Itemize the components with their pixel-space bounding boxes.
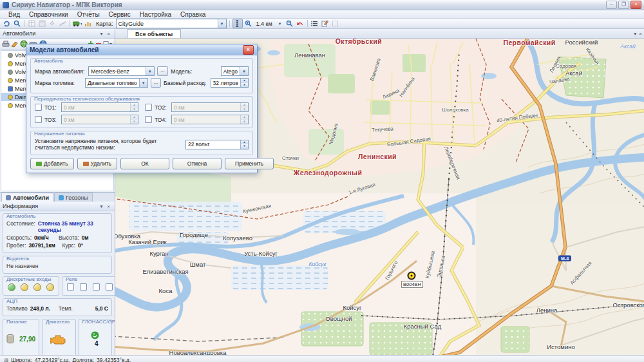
zoom-in-icon[interactable] — [244, 19, 253, 28]
map-select[interactable]: CityGuide ▼ — [116, 19, 227, 28]
apply-button[interactable]: Применить — [225, 158, 274, 169]
model-value: Atego — [222, 68, 240, 75]
vehicle-dropdown-icon[interactable] — [73, 19, 82, 28]
vehicle-status-icon — [8, 86, 13, 91]
sidebar-tab-geozones[interactable]: Геозоны — [54, 193, 93, 202]
chevron-down-icon[interactable]: ▼ — [146, 67, 154, 75]
sidebar-tab-vehicles[interactable]: Автомобили — [1, 193, 53, 202]
zoom-scale-select[interactable]: 1.4 км ▼ — [254, 19, 284, 28]
close-button[interactable]: × — [630, 1, 641, 9]
brand-browse-button[interactable]: ... — [157, 66, 168, 76]
brand-select[interactable]: Mercedes-Benz ▼ — [88, 66, 155, 76]
driver-value: Не назначен — [6, 263, 39, 269]
spinner-buttons[interactable]: ▲▼ — [240, 140, 248, 149]
group-title: Реле — [66, 276, 77, 282]
tab-label: Автомобили — [13, 195, 49, 201]
fuel-type-select[interactable]: Дизельное топливо ▼ — [85, 78, 148, 88]
consumption-label: Базовый расход: — [164, 80, 208, 86]
cancel-button[interactable]: Отмена — [173, 158, 222, 169]
relay-checkbox[interactable] — [80, 283, 87, 291]
chevron-down-icon[interactable]: ▼ — [139, 79, 147, 87]
tab-icon — [59, 195, 64, 200]
longitude-label: Долгота: — [72, 357, 94, 362]
dialog-close-button[interactable]: × — [243, 45, 254, 55]
close-map-icon[interactable]: × — [639, 31, 642, 37]
chevron-down-icon[interactable]: ▼ — [218, 19, 226, 28]
chevron-down-icon[interactable]: ▼ — [240, 67, 248, 75]
close-panel-icon[interactable]: × — [105, 203, 112, 210]
menu-item[interactable]: Справка — [176, 11, 210, 18]
collapse-panel-icon[interactable]: ▾ — [634, 31, 636, 37]
menu-item[interactable]: Справочники — [24, 11, 73, 18]
chart-icon[interactable] — [83, 19, 92, 28]
to-checkbox[interactable] — [35, 116, 42, 123]
relay-group: Реле — [62, 276, 115, 296]
info-panel-body: Автомобиль Состояние: Стоянка 35 минут 3… — [0, 211, 115, 355]
chevron-down-icon[interactable]: ▼ — [276, 19, 284, 28]
dialog-title: Модели автомобилей — [30, 46, 243, 53]
driver-group: Водитель Не назначен — [3, 256, 112, 274]
back-arrow-icon[interactable] — [296, 19, 305, 28]
refresh-icon[interactable] — [2, 19, 11, 28]
menu-item[interactable]: Настройка — [135, 11, 176, 18]
to-label: ТО2: — [155, 104, 169, 111]
ruler-toggle-icon[interactable] — [232, 19, 243, 28]
to-item: ТО3:0 км▲▼ — [35, 115, 138, 124]
printer-icon[interactable] — [2, 41, 10, 48]
relay-checkbox[interactable] — [106, 283, 113, 291]
select-objects-icon — [331, 19, 340, 28]
relay-checkbox[interactable] — [93, 283, 100, 291]
vehicle-status-icon — [8, 61, 13, 66]
minimize-button[interactable]: – — [606, 1, 617, 9]
relay-checkbox[interactable] — [67, 283, 74, 291]
delete-button[interactable]: Удалить — [77, 158, 117, 169]
add-button[interactable]: Добавить — [30, 158, 74, 169]
group-title: Двигатель — [46, 319, 70, 325]
brush-icon[interactable] — [11, 41, 19, 48]
to-checkbox[interactable] — [145, 116, 152, 123]
voltage-spinner[interactable]: 22 вольт ▲▼ — [185, 140, 249, 149]
temp-value: 5,0 С — [95, 305, 108, 312]
fuel-browse-button[interactable]: ... — [151, 78, 161, 88]
latitude-label: Широта: — [11, 357, 32, 362]
layout-icon — [37, 19, 46, 28]
model-select[interactable]: Atego ▼ — [221, 66, 249, 76]
pin-icon[interactable]: ▾ — [98, 30, 105, 37]
course-value: 0° — [78, 242, 83, 249]
zoom-scale-value: 1.4 км — [254, 21, 276, 27]
pin-icon[interactable]: ▾ — [98, 203, 105, 210]
menu-bar: ВидСправочникиОтчётыСервисНастройкаСправ… — [0, 10, 644, 19]
to-checkbox[interactable] — [145, 104, 152, 111]
sidebar-tabs: АвтомобилиГеозоны — [0, 192, 115, 202]
group-title: Напряжение питания — [34, 131, 85, 137]
search-icon[interactable] — [12, 19, 21, 28]
speed-value: 0км/ч — [34, 234, 59, 241]
menu-item[interactable]: Сервис — [104, 11, 135, 18]
spinner-buttons[interactable]: ▲▼ — [240, 79, 248, 87]
toolbar-separator — [24, 20, 24, 27]
state-value: Стоянка 35 минут 33 секунды — [38, 220, 108, 233]
voltage-label: Установите напряжение питания, которое б… — [35, 138, 183, 151]
tab-all-objects[interactable]: Все объекты — [127, 29, 181, 38]
brand-label: Марка автомобиля: — [35, 68, 86, 75]
vehicle-marker[interactable] — [408, 272, 416, 280]
menu-item[interactable]: Отчёты — [73, 11, 104, 18]
toolbar-separator — [70, 20, 70, 27]
menu-item[interactable]: Вид — [4, 11, 24, 18]
fuel-type-value: Дизельное топливо — [86, 80, 139, 86]
to-checkbox[interactable] — [35, 104, 42, 111]
map-select-value: CityGuide — [117, 21, 218, 27]
to-item: ТО1:0 км▲▼ — [35, 102, 138, 112]
map-combo-label: Карта: — [96, 21, 113, 27]
consumption-spinner[interactable]: 32 литров ▲▼ — [211, 78, 249, 88]
to-spinner: 0 км▲▼ — [61, 115, 138, 124]
engine-group: Двигатель — [42, 319, 75, 355]
edit-icon[interactable] — [321, 19, 330, 28]
ok-button[interactable]: ОК — [120, 158, 169, 169]
dialog-title-bar[interactable]: Модели автомобилей × — [26, 44, 257, 55]
list-icon[interactable] — [310, 19, 319, 28]
maximize-button[interactable]: ❐ — [618, 1, 629, 9]
zoom-out-icon[interactable] — [285, 19, 294, 28]
close-panel-icon[interactable]: × — [105, 30, 112, 37]
add-car-icon — [36, 162, 42, 166]
